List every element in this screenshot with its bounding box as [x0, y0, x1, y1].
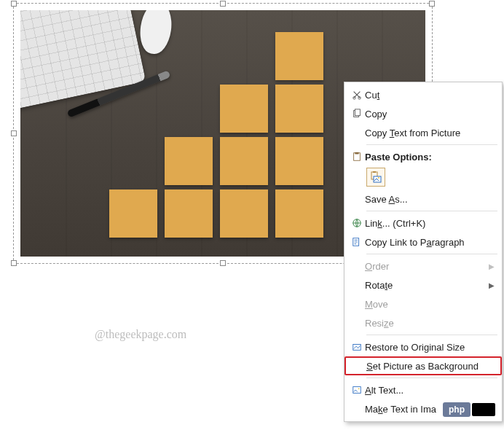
picture-context-menu: Cut Copy Copy Text from Picture Paste Op…: [344, 82, 503, 422]
menu-label: Set Picture as Background: [366, 361, 493, 372]
cn-badge: [472, 403, 495, 416]
menu-rotate[interactable]: Rotate ▶: [344, 275, 502, 294]
sticky-note: [165, 137, 213, 185]
menu-cut[interactable]: Cut: [344, 85, 502, 104]
menu-label: Cut: [365, 90, 495, 101]
watermark-text: @thegeekpage.com: [95, 328, 186, 341]
sticky-note: [220, 189, 268, 238]
submenu-arrow-icon: ▶: [489, 262, 495, 270]
site-badge: php: [443, 402, 495, 417]
svg-rect-3: [355, 109, 360, 116]
sticky-note: [275, 32, 323, 80]
menu-label: Restore to Original Size: [365, 342, 495, 353]
menu-resize: Resize: [344, 313, 502, 332]
menu-alt-text[interactable]: Alt Text...: [344, 380, 502, 399]
menu-copy[interactable]: Copy: [344, 104, 502, 123]
copy-icon: [349, 109, 365, 119]
menu-label: Copy: [365, 109, 495, 120]
menu-label: Link... (Ctrl+K): [365, 218, 495, 229]
menu-label: Save As...: [365, 194, 495, 205]
paste-icon: [349, 152, 365, 162]
resize-handle-ne[interactable]: [429, 1, 435, 7]
menu-label: Rotate: [365, 280, 489, 291]
menu-label: Order: [365, 261, 489, 272]
sticky-note: [275, 189, 323, 238]
paragraph-link-icon: [349, 237, 365, 247]
menu-order: Order ▶: [344, 257, 502, 275]
svg-point-14: [358, 388, 360, 389]
svg-rect-13: [353, 387, 361, 394]
menu-restore-original-size[interactable]: Restore to Original Size: [344, 337, 502, 356]
menu-save-as[interactable]: Save As...: [344, 189, 502, 208]
menu-separator: [366, 211, 497, 211]
menu-label: Paste Options:: [365, 152, 495, 163]
restore-size-icon: [349, 342, 365, 352]
resize-handle-s[interactable]: [220, 260, 226, 266]
paste-keep-picture-button[interactable]: [366, 168, 385, 187]
svg-rect-5: [355, 152, 358, 155]
menu-paste-options-header: Paste Options:: [344, 147, 502, 166]
sticky-note: [220, 85, 268, 133]
resize-handle-sw[interactable]: [11, 260, 17, 266]
menu-label: Alt Text...: [365, 385, 495, 396]
resize-handle-nw[interactable]: [11, 1, 17, 7]
menu-label: Copy Link to Paragraph: [365, 237, 495, 248]
sticky-note: [275, 137, 323, 185]
menu-copy-text-from-picture[interactable]: Copy Text from Picture: [344, 123, 502, 142]
alt-text-icon: [349, 385, 365, 395]
menu-copy-link-to-paragraph[interactable]: Copy Link to Paragraph: [344, 232, 502, 251]
menu-separator: [366, 378, 497, 378]
menu-link[interactable]: Link... (Ctrl+K): [344, 214, 502, 232]
php-badge: php: [443, 402, 470, 417]
menu-separator: [366, 254, 497, 254]
paste-options-row: [344, 166, 502, 189]
submenu-arrow-icon: ▶: [489, 281, 495, 289]
menu-label: Move: [365, 299, 495, 310]
menu-label: Resize: [365, 318, 495, 329]
resize-handle-n[interactable]: [220, 1, 226, 7]
resize-handle-w[interactable]: [11, 130, 17, 136]
menu-separator: [366, 335, 497, 335]
sticky-note: [165, 189, 213, 238]
menu-move: Move: [344, 294, 502, 313]
svg-point-9: [378, 177, 379, 179]
link-icon: [349, 218, 365, 228]
cut-icon: [349, 90, 365, 100]
sticky-note: [109, 189, 157, 238]
menu-label: Copy Text from Picture: [365, 128, 495, 138]
sticky-note: [275, 85, 323, 133]
menu-separator: [366, 144, 497, 145]
sticky-note: [220, 137, 268, 185]
menu-set-picture-as-background[interactable]: Set Picture as Background: [344, 356, 502, 375]
svg-rect-7: [373, 171, 376, 173]
